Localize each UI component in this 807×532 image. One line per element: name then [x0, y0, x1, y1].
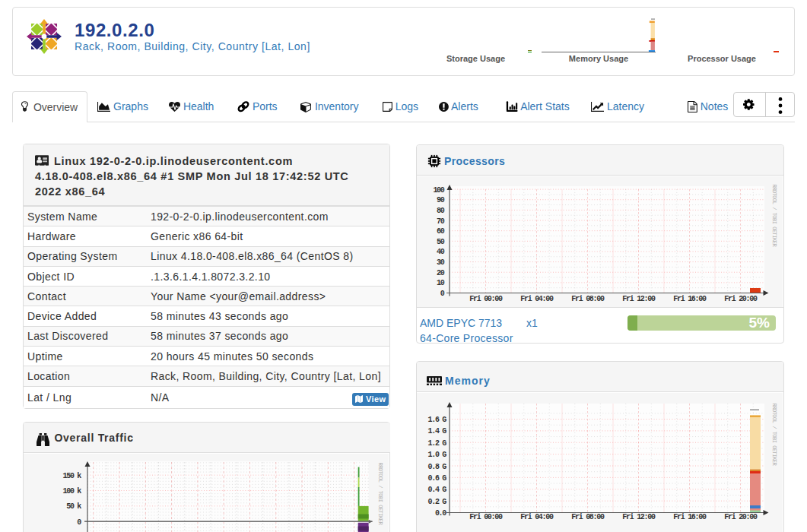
svg-text:20: 20	[437, 268, 445, 277]
svg-text:100: 100	[433, 185, 444, 194]
svg-text:30: 30	[437, 258, 445, 267]
svg-text:Fri 08:00: Fri 08:00	[571, 512, 605, 521]
svg-text:10: 10	[437, 279, 445, 287]
svg-text:100 k: 100 k	[62, 487, 81, 496]
svg-text:150 k: 150 k	[62, 471, 81, 480]
svg-text:Fri 20:00: Fri 20:00	[724, 512, 758, 521]
svg-text:80: 80	[437, 206, 445, 214]
svg-text:0.4 G: 0.4 G	[427, 486, 446, 494]
svg-text:0.8 G: 0.8 G	[427, 462, 446, 470]
svg-text:0.0: 0.0	[435, 509, 446, 518]
svg-text:Fri 16:00: Fri 16:00	[673, 512, 707, 521]
svg-text:50: 50	[437, 237, 445, 245]
svg-text:RRDTOOL / TOBI OETIKER: RRDTOOL / TOBI OETIKER	[377, 462, 383, 525]
svg-text:Fri 00:00: Fri 00:00	[469, 295, 503, 303]
svg-text:Fri 04:00: Fri 04:00	[520, 512, 554, 521]
svg-text:70: 70	[437, 217, 445, 225]
svg-text:1.4 G: 1.4 G	[427, 427, 446, 435]
svg-text:1.6 G: 1.6 G	[427, 416, 446, 424]
svg-text:Fri 00:00: Fri 00:00	[469, 512, 503, 521]
svg-text:Fri 20:00: Fri 20:00	[724, 295, 758, 303]
svg-text:RRDTOOL / TOBI OETIKER: RRDTOOL / TOBI OETIKER	[771, 403, 777, 466]
svg-text:50 k: 50 k	[66, 502, 81, 511]
svg-text:Fri 08:00: Fri 08:00	[571, 295, 605, 303]
svg-text:0.6 G: 0.6 G	[427, 473, 446, 482]
svg-text:40: 40	[437, 248, 445, 256]
svg-text:Fri 12:00: Fri 12:00	[622, 512, 656, 521]
svg-text:Fri 16:00: Fri 16:00	[673, 295, 707, 303]
svg-text:0.2 G: 0.2 G	[427, 497, 446, 505]
svg-text:1.0 G: 1.0 G	[427, 451, 446, 459]
svg-text:60: 60	[437, 227, 445, 236]
svg-text:RRDTOOL / TOBI OETIKER: RRDTOOL / TOBI OETIKER	[771, 184, 777, 247]
svg-text:Fri 12:00: Fri 12:00	[622, 295, 656, 303]
svg-text:Fri 04:00: Fri 04:00	[520, 295, 554, 303]
svg-text:1.2 G: 1.2 G	[427, 439, 446, 447]
svg-text:90: 90	[437, 196, 445, 204]
